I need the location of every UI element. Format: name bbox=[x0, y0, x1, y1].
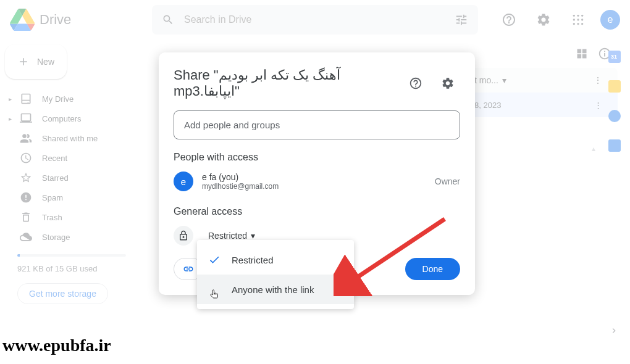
link-icon bbox=[183, 263, 194, 275]
add-people-input[interactable]: Add people and groups bbox=[174, 110, 460, 139]
person-email: mydlhostie@gmail.com bbox=[202, 182, 426, 191]
person-row: e e fa (you) mydlhostie@gmail.com Owner bbox=[174, 172, 460, 191]
access-dropdown-menu: Restricted Anyone with the link bbox=[197, 240, 354, 309]
option-label: Restricted bbox=[232, 255, 274, 265]
person-role: Owner bbox=[435, 176, 460, 186]
dropdown-option-restricted[interactable]: Restricted bbox=[197, 245, 354, 275]
option-label: Anyone with the link bbox=[232, 284, 314, 295]
people-with-access-heading: People with access bbox=[174, 152, 460, 163]
dropdown-option-anyone[interactable]: Anyone with the link bbox=[197, 275, 354, 304]
modal-help-button[interactable] bbox=[403, 71, 428, 96]
person-name: e fa (you) bbox=[202, 172, 426, 182]
watermark-text: www.epubfa.ir bbox=[2, 336, 111, 355]
modal-title: Share "آهنگ یک تکه ابر بودیم ایپابفا.mp3… bbox=[174, 67, 396, 99]
dropdown-arrow-icon: ▾ bbox=[251, 231, 255, 241]
modal-settings-button[interactable] bbox=[435, 71, 460, 96]
done-button[interactable]: Done bbox=[405, 258, 460, 280]
person-avatar: e bbox=[174, 172, 193, 191]
check-icon bbox=[207, 254, 222, 266]
general-access-heading: General access bbox=[174, 206, 460, 217]
hand-cursor-icon bbox=[208, 289, 220, 302]
lock-icon bbox=[174, 226, 193, 246]
